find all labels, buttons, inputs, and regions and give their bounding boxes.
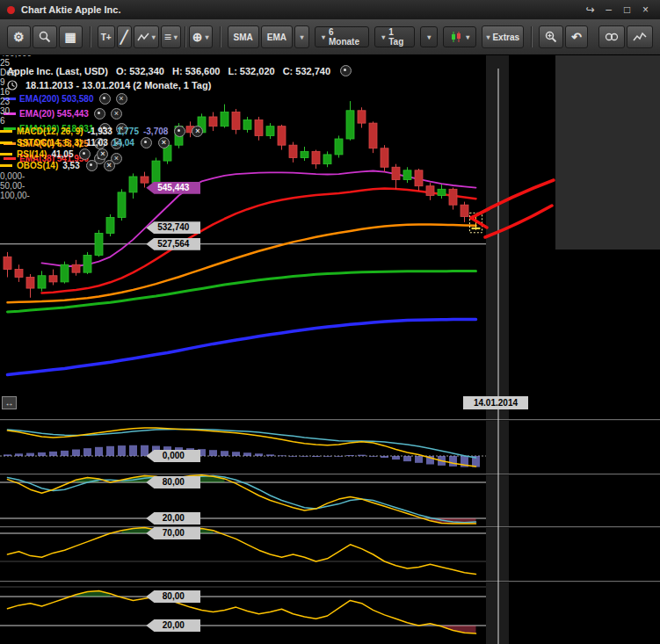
chart-type-select[interactable]: ▾ (443, 26, 476, 47)
period-select-value: 6 Monate (329, 27, 362, 47)
sstoc-axis-tag: 20,00 (146, 512, 200, 525)
chevron-down-icon: ▾ (322, 33, 325, 41)
obos-value: 3,53 (62, 161, 79, 170)
legend-color-swatch (0, 141, 12, 144)
extras-button[interactable]: ▾Extras (482, 25, 524, 48)
chevron-down-icon: ▾ (466, 33, 469, 41)
chevron-down-icon: ▾ (300, 33, 303, 41)
settings-button[interactable]: ⚙ (7, 25, 31, 48)
close-icon[interactable]: × (636, 4, 655, 16)
window-title: Chart Aktie Apple Inc. (21, 4, 581, 15)
search-button[interactable] (33, 25, 57, 48)
low-value: L: 532,020 (228, 66, 274, 76)
obos-name: OBOS(14) (17, 161, 58, 170)
x-axis-label: 23 (0, 97, 203, 106)
levels-tool-button[interactable]: ≡▾ (161, 25, 181, 48)
app-window: Chart Aktie Apple Inc. ↪ – □ × ⚙ ▦ T+ ╱ … (0, 0, 660, 644)
remove-indicator-icon[interactable]: × (158, 137, 170, 148)
extras-label: Extras (492, 33, 519, 42)
chart-overlays: Apple Inc. (Last, USD) O: 532,340 H: 536… (0, 0, 660, 644)
search-icon (39, 31, 51, 43)
gear-icon: ⚙ (13, 31, 25, 43)
remove-indicator-icon[interactable]: × (97, 148, 108, 160)
chevron-down-icon: ▾ (381, 33, 385, 41)
minimize-icon[interactable]: – (599, 4, 618, 16)
detach-window-icon[interactable]: ↪ (581, 4, 599, 16)
indicator-dropdown-button[interactable]: ▾ (294, 25, 309, 48)
titlebar: Chart Aktie Apple Inc. ↪ – □ × (0, 0, 660, 20)
price-tag: 532,740 (146, 221, 200, 234)
toolbar: ⚙ ▦ T+ ╱ ▾ ≡▾ ⊕▾ SMA EMA ▾ ▾6 Monate ▾1 … (0, 19, 660, 55)
macd-value: -3,708 (143, 127, 168, 136)
visibility-toggle-icon[interactable] (174, 126, 185, 137)
macd-axis-tag: 0,000 (146, 450, 200, 462)
price-tag: 545,443 (146, 182, 200, 194)
macd-legend: MACD(12, 26, 9)-1,9331,775-3,708× (0, 126, 203, 137)
sstoc-value: 14,04 (112, 138, 134, 148)
sstoc-legend: SSTOC(14, 5, 3)11,0314,04× (0, 137, 203, 148)
visibility-toggle-icon[interactable] (79, 148, 91, 160)
chevron-down-icon: ▾ (427, 33, 431, 41)
text-tool-button[interactable]: T+ (98, 25, 115, 48)
visibility-toggle-icon[interactable] (141, 137, 152, 148)
chevron-down-icon: ▾ (174, 33, 178, 41)
macd-value: 1,775 (117, 127, 139, 136)
sstoc-axis-tag: 80,00 (146, 476, 200, 488)
toolbar-separator (90, 26, 91, 47)
interval-select-value: 1 Tag (388, 27, 408, 47)
legend-color-swatch (0, 130, 12, 133)
x-axis-label: 6 (0, 116, 203, 126)
ema-button[interactable]: EMA (261, 25, 293, 48)
toolbar-separator (531, 26, 532, 47)
remove-indicator-icon[interactable]: × (192, 126, 203, 137)
macd-axis-label: 0,000- (0, 171, 203, 181)
rsi-value: 41,05 (51, 149, 73, 159)
undo-icon: ↶ (571, 31, 582, 43)
chevron-down-icon: ▾ (486, 33, 490, 41)
crosshair-tool-button[interactable]: ⊕▾ (189, 25, 213, 48)
levels-icon: ≡ (164, 31, 171, 43)
line-chart-button[interactable] (627, 25, 653, 48)
toolbar-separator (220, 26, 221, 47)
chevron-down-icon: ▾ (152, 33, 156, 41)
x-axis-label: 25 (0, 58, 203, 68)
x-axis-label: 9 (0, 77, 203, 87)
compare-icon (605, 32, 619, 42)
sma-button[interactable]: SMA (228, 25, 259, 48)
maximize-icon[interactable]: □ (618, 4, 636, 16)
macd-name: MACD(12, 26, 9) (17, 127, 83, 136)
date-axis-tag: 14.01.2014 (463, 396, 528, 409)
visibility-toggle-icon[interactable] (86, 160, 98, 171)
legend-color-swatch (0, 164, 12, 167)
zigzag-icon (137, 32, 149, 42)
zigzag-tool-button[interactable]: ▾ (134, 25, 159, 48)
visibility-icon[interactable] (340, 65, 352, 76)
resize-icon: ↔ (5, 398, 14, 408)
layout-grid-button[interactable]: ▦ (59, 25, 83, 48)
line-tool-button[interactable]: ╱ (117, 25, 132, 48)
app-icon (7, 6, 15, 14)
trendline-icon: ╱ (120, 31, 127, 43)
candlestick-icon (450, 31, 462, 43)
empty-select[interactable]: ▾ (420, 26, 438, 47)
x-axis-label: Dez (0, 68, 203, 77)
obos-axis-tag: 80,00 (146, 590, 200, 603)
grid-icon: ▦ (65, 31, 76, 43)
zoom-in-button[interactable] (539, 25, 563, 48)
rsi-axis-tag: 70,00 (146, 527, 200, 539)
rsi-legend: RSI(14)41,05× (0, 148, 203, 160)
price-tag: 527,564 (146, 238, 200, 250)
compare-button[interactable] (598, 25, 625, 48)
interval-select[interactable]: ▾1 Tag (374, 26, 415, 47)
rsi-name: RSI(14) (17, 149, 47, 159)
undo-button[interactable]: ↶ (565, 25, 588, 48)
x-axis-label: 16 (0, 87, 203, 97)
legend-color-swatch (0, 153, 12, 156)
x-axis-label: 30 (0, 106, 203, 116)
chevron-down-icon: ▾ (206, 33, 209, 41)
crosshair-icon: ⊕ (192, 31, 203, 43)
toolbar-separator (185, 26, 185, 47)
period-select[interactable]: ▾6 Monate (315, 26, 369, 47)
axis-resize-handle[interactable]: ↔ (2, 396, 17, 409)
remove-indicator-icon[interactable]: × (104, 160, 115, 171)
